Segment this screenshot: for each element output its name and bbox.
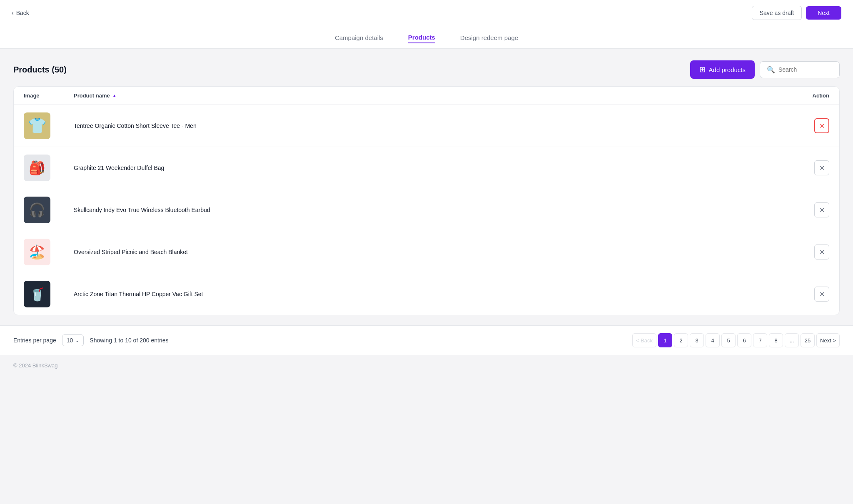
- add-products-label: Add products: [709, 66, 746, 73]
- product-name: Tentree Organic Cotton Short Sleeve Tee …: [74, 122, 788, 129]
- table-row: 👕 Tentree Organic Cotton Short Sleeve Te…: [14, 105, 839, 147]
- step-products[interactable]: Products: [408, 34, 435, 43]
- pagination-page-25[interactable]: 25: [801, 333, 815, 347]
- remove-button[interactable]: ✕: [814, 287, 829, 302]
- main-content: Products (50) ⊞ Add products 🔍 Image Pro…: [0, 49, 853, 315]
- product-image-cell: 🎧: [24, 197, 74, 223]
- pagination-page-6[interactable]: 6: [737, 333, 751, 347]
- save-draft-button[interactable]: Save as draft: [752, 6, 802, 20]
- action-cell: ✕: [788, 160, 829, 175]
- product-image: 🥤: [24, 281, 50, 307]
- product-name: Arctic Zone Titan Thermal HP Copper Vac …: [74, 291, 788, 297]
- table-row: 🎧 Skullcandy Indy Evo True Wireless Blue…: [14, 189, 839, 231]
- showing-text: Showing 1 to 10 of 200 entries: [90, 337, 168, 344]
- add-products-button[interactable]: ⊞ Add products: [690, 60, 755, 79]
- pagination-page-5[interactable]: 5: [721, 333, 736, 347]
- pagination-page-8[interactable]: 8: [769, 333, 783, 347]
- search-box: 🔍: [760, 61, 840, 78]
- pagination-next-button[interactable]: Next >: [816, 333, 840, 347]
- col-header-action: Action: [788, 92, 829, 99]
- sort-icon[interactable]: ▲: [112, 93, 117, 98]
- pagination-page-1[interactable]: 1: [658, 333, 672, 347]
- table-header: Image Product name ▲ Action: [14, 87, 839, 105]
- col-header-product-name: Product name ▲: [74, 92, 788, 99]
- product-image: 🎧: [24, 197, 50, 223]
- products-table: Image Product name ▲ Action 👕 Tentree Or…: [13, 86, 840, 315]
- header-right: ⊞ Add products 🔍: [690, 60, 840, 79]
- table-row: 🥤 Arctic Zone Titan Thermal HP Copper Va…: [14, 273, 839, 315]
- table-row: 🎒 Graphite 21 Weekender Duffel Bag ✕: [14, 147, 839, 189]
- remove-button[interactable]: ✕: [814, 118, 829, 133]
- chevron-left-icon: ‹: [12, 10, 14, 16]
- product-image: 👕: [24, 112, 50, 139]
- pagination: < Back 1 2 3 4 5 6 7 8 ... 25 Next >: [632, 333, 840, 347]
- plus-icon: ⊞: [699, 65, 706, 74]
- pagination-page-7[interactable]: 7: [753, 333, 767, 347]
- product-name: Oversized Striped Picnic and Beach Blank…: [74, 249, 788, 255]
- per-page-select[interactable]: 10 ⌄: [62, 334, 84, 346]
- back-button[interactable]: ‹ Back: [12, 10, 29, 16]
- back-label: Back: [16, 10, 29, 16]
- product-name: Skullcandy Indy Evo True Wireless Blueto…: [74, 207, 788, 213]
- top-actions: Save as draft Next: [752, 6, 841, 20]
- remove-button[interactable]: ✕: [814, 245, 829, 259]
- entries-per-page-label: Entries per page: [13, 337, 56, 344]
- pagination-page-3[interactable]: 3: [690, 333, 704, 347]
- chevron-down-icon: ⌄: [75, 338, 79, 343]
- entries-info: Entries per page 10 ⌄ Showing 1 to 10 of…: [13, 334, 168, 346]
- product-image-cell: 🎒: [24, 155, 74, 181]
- action-cell: ✕: [788, 287, 829, 302]
- products-title: Products (50): [13, 65, 67, 75]
- product-name: Graphite 21 Weekender Duffel Bag: [74, 165, 788, 171]
- table-row: 🏖️ Oversized Striped Picnic and Beach Bl…: [14, 231, 839, 273]
- remove-button[interactable]: ✕: [814, 160, 829, 175]
- step-campaign-details[interactable]: Campaign details: [335, 34, 383, 43]
- step-design-redeem[interactable]: Design redeem page: [460, 34, 518, 43]
- search-icon: 🔍: [767, 66, 775, 74]
- products-header: Products (50) ⊞ Add products 🔍: [13, 60, 840, 79]
- pagination-ellipsis: ...: [785, 333, 799, 347]
- pagination-page-4[interactable]: 4: [706, 333, 720, 347]
- product-image: 🎒: [24, 155, 50, 181]
- step-nav: Campaign details Products Design redeem …: [0, 26, 853, 49]
- top-bar: ‹ Back Save as draft Next: [0, 0, 853, 26]
- action-cell: ✕: [788, 118, 829, 133]
- pagination-back-button[interactable]: < Back: [632, 333, 656, 347]
- footer-bar: Entries per page 10 ⌄ Showing 1 to 10 of…: [0, 325, 853, 355]
- col-header-image: Image: [24, 92, 74, 99]
- search-input[interactable]: [778, 66, 833, 73]
- product-image: 🏖️: [24, 239, 50, 265]
- product-image-cell: 👕: [24, 112, 74, 139]
- action-cell: ✕: [788, 245, 829, 259]
- product-image-cell: 🏖️: [24, 239, 74, 265]
- action-cell: ✕: [788, 202, 829, 217]
- per-page-value: 10: [67, 337, 73, 344]
- next-button-top[interactable]: Next: [806, 6, 841, 20]
- remove-button[interactable]: ✕: [814, 202, 829, 217]
- pagination-page-2[interactable]: 2: [674, 333, 688, 347]
- product-image-cell: 🥤: [24, 281, 74, 307]
- copyright: © 2024 BlinkSwag: [0, 355, 853, 376]
